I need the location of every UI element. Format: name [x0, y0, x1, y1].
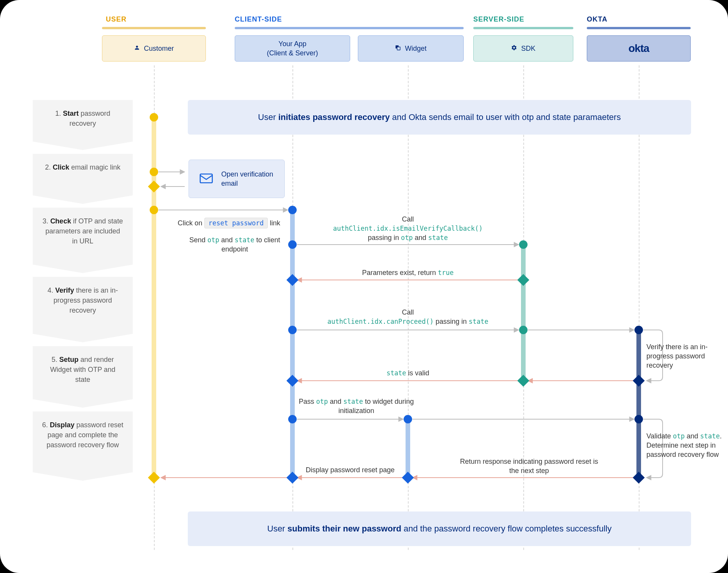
swim-box-sdk-label: SDK: [521, 45, 535, 53]
step-card-1: 1. Start password recovery: [33, 100, 133, 150]
swim-box-okta: okta: [587, 35, 691, 62]
overlap-icon: [395, 45, 401, 53]
diamond-user-email-return: [148, 180, 160, 192]
dot-app-receive-click: [288, 206, 297, 214]
dot-user-click-reset: [150, 206, 158, 214]
label-click-reset: Click on reset password link: [175, 218, 283, 228]
banner-bottom: User submits their new password and the …: [188, 511, 691, 546]
step-rest: email magic link: [69, 163, 120, 171]
email-card: Open verification email: [189, 160, 285, 198]
banner-bottom-bold: submits their new password: [287, 524, 401, 533]
step-num: 5.: [52, 356, 57, 363]
col-bar-okta: [587, 27, 691, 29]
svg-rect-1: [397, 47, 400, 50]
code-reset-password: reset password: [204, 218, 268, 228]
swim-box-widget: Widget: [358, 35, 464, 62]
step-num: 4.: [47, 286, 53, 294]
col-label-user: USER: [106, 15, 127, 23]
banner-bottom-post: and the password recovery flow completes…: [401, 524, 612, 533]
activation-app: [290, 210, 295, 477]
activation-okta: [636, 330, 641, 478]
label-okta-validate: Validate otp and state. Determine next s…: [646, 431, 723, 459]
diamond-app-cb-return: [286, 274, 298, 286]
dot-sdk-canproceed: [519, 326, 528, 334]
diamond-sdk-cb-return: [517, 274, 529, 286]
banner-top: User initiates password recovery and Okt…: [188, 100, 691, 135]
swim-box-app: Your App (Client & Server): [235, 35, 350, 62]
dot-okta-validate: [634, 415, 643, 423]
step-bold: Display: [50, 421, 74, 429]
step-card-2: 2. Click email magic link: [33, 154, 133, 204]
banner-top-pre: User: [258, 112, 279, 122]
step-num: 2.: [45, 163, 51, 171]
swim-box-app-line2: (Client & Server): [267, 49, 318, 57]
step-card-4: 4. Verify there is an in-progress passwo…: [33, 277, 133, 342]
okta-logo: okta: [628, 42, 649, 55]
label-send-otp: Send otp and state to client endpoint: [189, 235, 281, 254]
dot-app-call-cb: [288, 240, 297, 249]
activation-sdk: [521, 245, 526, 381]
banner-top-post: and Okta sends email to user with otp an…: [390, 112, 621, 122]
step-num: 1.: [55, 110, 61, 117]
dot-user-open-email: [150, 168, 158, 176]
email-card-text: Open verification email: [221, 170, 275, 188]
diamond-okta-state-valid: [633, 375, 645, 386]
step-bold: Click: [53, 163, 69, 171]
dot-user-start: [150, 113, 158, 122]
col-label-okta: OKTA: [587, 15, 608, 23]
swim-box-sdk: SDK: [473, 35, 573, 62]
col-bar-user: [102, 27, 206, 29]
swim-box-customer: Customer: [102, 35, 206, 62]
step-bold: Check: [50, 217, 71, 225]
diagram-canvas: USER CLIENT-SIDE SERVER-SIDE OKTA Custom…: [0, 0, 728, 573]
dot-okta-verify: [634, 326, 643, 334]
swim-box-app-line1: Your App: [279, 40, 306, 48]
mail-icon: [198, 170, 214, 188]
svg-rect-2: [200, 174, 212, 183]
col-bar-server: [473, 27, 573, 29]
step-bold: Start: [63, 110, 78, 117]
swim-box-widget-label: Widget: [405, 45, 426, 53]
step-card-5: 5. Setup and render Widget with OTP and …: [33, 346, 133, 408]
step-bold: Verify: [55, 286, 74, 294]
diamond-user-display: [148, 471, 160, 483]
label-state-valid: state is valid: [346, 368, 469, 378]
step-bold: Setup: [59, 356, 78, 363]
diamond-sdk-state-valid: [517, 375, 529, 386]
col-label-client: CLIENT-SIDE: [235, 15, 282, 23]
label-return-response: Return response indicating password rese…: [458, 457, 600, 475]
dot-widget-init: [404, 415, 412, 423]
label-call-canproceed: Call authClient.idx.canProceed() passing…: [304, 308, 512, 326]
col-bar-client: [235, 27, 464, 29]
banner-top-bold: initiates password recovery: [278, 112, 390, 122]
diamond-app-state-valid: [286, 375, 298, 386]
swim-box-customer-label: Customer: [144, 45, 174, 53]
step-num: 3.: [43, 217, 48, 225]
dot-sdk-cb: [519, 240, 528, 249]
label-call-cb: Call authClient.idx.isEmailVerifyCallbac…: [319, 215, 496, 242]
person-icon: [134, 45, 140, 53]
label-pass-otp: Pass otp and state to widget during init…: [299, 397, 414, 415]
label-okta-verify: Verify there is an in-progress password …: [646, 342, 723, 370]
dot-app-call-canproceed: [288, 326, 297, 334]
col-label-server: SERVER-SIDE: [473, 15, 524, 23]
step-card-6: 6. Display password reset page and compl…: [33, 411, 133, 481]
dot-app-pass-widget: [288, 415, 297, 423]
gear-icon: [511, 45, 517, 53]
label-params-exist: Parameters exist, return true: [319, 268, 496, 277]
step-card-3: 3. Check if OTP and state parameters are…: [33, 208, 133, 273]
diamond-okta-response: [633, 471, 645, 483]
label-display-reset: Display password reset page: [292, 465, 408, 475]
banner-bottom-pre: User: [267, 524, 288, 533]
step-num: 6.: [42, 421, 48, 429]
